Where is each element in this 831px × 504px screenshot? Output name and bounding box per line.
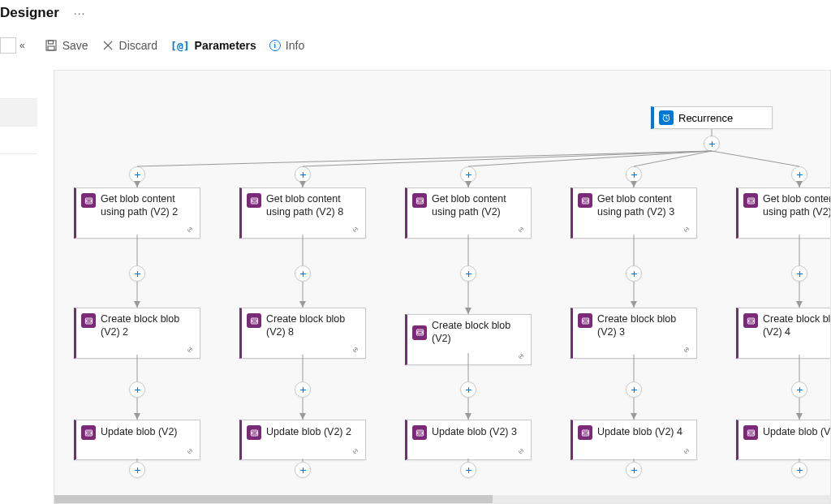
- collapse-caret-icon: «: [19, 40, 25, 51]
- parameters-button[interactable]: [@] Parameters: [170, 39, 256, 52]
- step-card[interactable]: Get blob content using path (V2) 4: [736, 187, 831, 239]
- designer-canvas[interactable]: RecurrenceGet blob content using path (V…: [54, 70, 831, 504]
- link-icon: [682, 343, 691, 358]
- svg-rect-43: [417, 200, 422, 202]
- add-step-button[interactable]: [460, 166, 476, 183]
- step-card[interactable]: Update blob (V2): [74, 420, 200, 460]
- step-card[interactable]: Create block blob (V2) 2: [74, 308, 200, 359]
- blob-storage-icon: [81, 425, 96, 440]
- trigger-recurrence[interactable]: Recurrence: [651, 106, 773, 129]
- add-step-button[interactable]: [626, 166, 642, 183]
- blob-storage-icon: [247, 313, 261, 328]
- add-step-button[interactable]: [460, 462, 476, 478]
- blob-storage-icon: [578, 425, 592, 440]
- svg-rect-57: [583, 200, 588, 202]
- step-card[interactable]: Get blob content using path (V2) 8: [239, 187, 366, 239]
- add-step-button[interactable]: [791, 265, 807, 282]
- info-label: Info: [286, 39, 304, 52]
- step-card[interactable]: Update blob (V2) 2: [239, 420, 366, 460]
- svg-rect-71: [748, 200, 753, 202]
- link-icon: [185, 223, 195, 238]
- left-rail: [0, 71, 37, 154]
- clock-icon: [659, 110, 674, 125]
- add-step-button[interactable]: [129, 265, 145, 282]
- step-label: Get blob content using path (V2) 2: [101, 193, 195, 218]
- blob-storage-icon: [81, 313, 96, 328]
- add-step-button[interactable]: [129, 462, 145, 478]
- blob-storage-icon: [743, 425, 758, 440]
- blob-storage-icon: [578, 313, 592, 328]
- link-icon: [351, 223, 360, 238]
- page-title: Designer: [0, 5, 59, 21]
- link-icon: [185, 445, 195, 459]
- discard-icon: [101, 39, 114, 52]
- step-card[interactable]: Create block blob (V2) 4: [736, 308, 831, 359]
- scrollbar-thumb[interactable]: [54, 495, 493, 503]
- step-label: Create block blob (V2) 3: [597, 313, 691, 338]
- step-card[interactable]: Create block blob (V2) 8: [239, 308, 366, 359]
- svg-rect-19: [86, 320, 91, 322]
- add-step-button[interactable]: [460, 265, 476, 282]
- add-step-button[interactable]: [295, 166, 311, 183]
- link-icon: [516, 445, 526, 459]
- step-label: Create block blob (V2): [432, 320, 526, 345]
- add-step-button[interactable]: [129, 381, 145, 398]
- step-label: Create block blob (V2) 8: [266, 313, 360, 338]
- left-rail-item[interactable]: [0, 99, 37, 127]
- info-button[interactable]: i Info: [269, 39, 304, 52]
- step-card[interactable]: Update blob (V2) 4: [571, 420, 697, 460]
- more-menu[interactable]: ···: [74, 6, 86, 19]
- add-step-button[interactable]: [295, 462, 311, 478]
- svg-rect-61: [583, 320, 588, 322]
- blob-storage-icon: [81, 193, 96, 208]
- svg-rect-51: [417, 432, 422, 434]
- link-icon: [351, 343, 360, 358]
- svg-rect-1: [48, 41, 53, 44]
- step-card[interactable]: Get blob content using path (V2) 2: [74, 187, 200, 239]
- blob-storage-icon: [247, 425, 261, 440]
- save-label: Save: [62, 39, 88, 52]
- add-step-button[interactable]: [626, 381, 642, 398]
- add-step-button[interactable]: [791, 381, 807, 398]
- blob-storage-icon: [578, 193, 592, 208]
- left-rail-item[interactable]: [0, 71, 37, 99]
- add-step-button[interactable]: [460, 381, 476, 398]
- left-rail-item[interactable]: [0, 127, 37, 154]
- blob-storage-icon: [412, 193, 427, 208]
- svg-rect-33: [252, 320, 256, 322]
- step-label: Get blob content using path (V2): [432, 193, 526, 218]
- add-step-button[interactable]: [704, 136, 720, 152]
- step-label: Update blob (V2): [101, 426, 178, 439]
- step-card[interactable]: Update blob (V2: [736, 420, 831, 460]
- add-step-button[interactable]: [626, 462, 642, 478]
- parameters-icon: [@]: [170, 40, 189, 52]
- step-card[interactable]: Get blob content using path (V2): [405, 187, 532, 239]
- collapse-pane-toggle[interactable]: [0, 37, 16, 54]
- blob-storage-icon: [412, 425, 427, 440]
- save-icon: [45, 39, 58, 52]
- add-step-button[interactable]: [626, 265, 642, 282]
- add-step-button[interactable]: [129, 166, 145, 183]
- svg-rect-75: [748, 320, 753, 322]
- step-label: Update blob (V2) 4: [597, 426, 682, 439]
- horizontal-scrollbar[interactable]: [54, 495, 830, 503]
- add-step-button[interactable]: [295, 265, 311, 282]
- svg-rect-2: [48, 46, 54, 50]
- add-step-button[interactable]: [791, 166, 807, 183]
- step-card[interactable]: Create block blob (V2) 3: [571, 308, 697, 359]
- info-icon: i: [269, 40, 281, 51]
- discard-button[interactable]: Discard: [101, 39, 157, 52]
- link-icon: [351, 445, 360, 459]
- add-step-button[interactable]: [295, 381, 311, 398]
- step-card[interactable]: Get blob content using path (V2) 3: [571, 187, 697, 239]
- step-card[interactable]: Create block blob (V2): [405, 314, 532, 365]
- step-card[interactable]: Update blob (V2) 3: [405, 420, 532, 460]
- svg-line-7: [666, 118, 668, 119]
- discard-label: Discard: [119, 39, 157, 52]
- add-step-button[interactable]: [791, 462, 807, 478]
- blob-storage-icon: [247, 193, 261, 208]
- svg-rect-47: [417, 331, 422, 334]
- link-icon: [682, 445, 691, 459]
- save-button[interactable]: Save: [45, 39, 88, 52]
- svg-line-9: [668, 114, 670, 115]
